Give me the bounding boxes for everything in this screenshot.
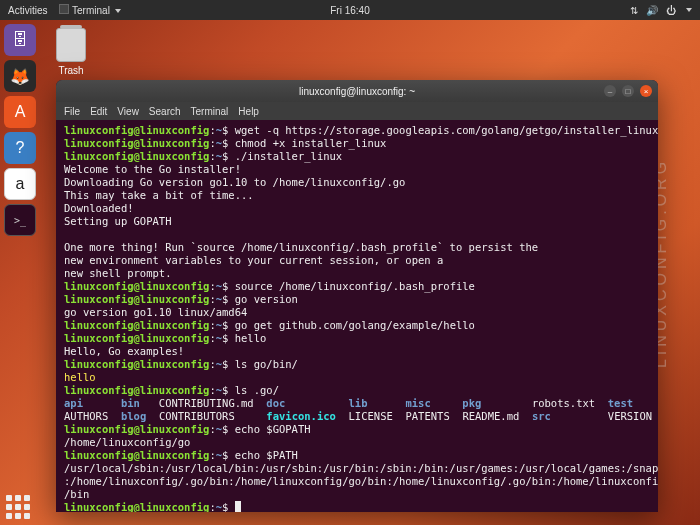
window-maximize-button[interactable]: □ [622,85,634,97]
ls-blog: blog [121,410,146,422]
dock-terminal[interactable]: >_ [4,204,36,236]
terminal-body[interactable]: linuxconfig@linuxconfig:~$ wget -q https… [56,120,658,512]
out-hint2: new environment variables to your curren… [64,254,443,266]
cursor [235,501,241,512]
clock[interactable]: Fri 16:40 [330,5,369,16]
ls-license: LICENSE [349,410,393,422]
window-minimize-button[interactable]: – [604,85,616,97]
cmd-installer: ./installer_linux [235,150,342,162]
out-goversion: go version go1.10 linux/amd64 [64,306,247,318]
ls-doc: doc [266,397,285,409]
ls-contributors: CONTRIBUTORS [159,410,235,422]
menu-view[interactable]: View [117,106,139,117]
menu-help[interactable]: Help [238,106,259,117]
window-titlebar[interactable]: linuxconfig@linuxconfig: ~ – □ × [56,80,658,102]
menu-edit[interactable]: Edit [90,106,107,117]
terminal-icon: >_ [14,215,26,226]
gnome-topbar: Activities Terminal Fri 16:40 ⇅ 🔊 ⏻ [0,0,700,20]
ls-lib: lib [349,397,368,409]
prompt-dollar: $ [222,124,235,136]
ls-contributing: CONTRIBUTING.md [159,397,254,409]
ls-readme: README.md [462,410,519,422]
desktop-trash[interactable]: Trash [56,28,86,76]
dock-software[interactable]: A [4,96,36,128]
window-close-button[interactable]: × [640,85,652,97]
out-gopath-val: /home/linuxconfig/go [64,436,190,448]
out-welcome: Welcome to the Go installer! [64,163,241,175]
trash-icon [56,28,86,62]
menu-file[interactable]: File [64,106,80,117]
ls-robots: robots.txt [532,397,595,409]
out-hint1: One more thing! Run `source /home/linuxc… [64,241,538,253]
cmd-echo-path: echo $PATH [235,449,298,461]
ls-bin: bin [121,397,140,409]
ls-favicon: favicon.ico [266,410,336,422]
cmd-goversion: go version [235,293,298,305]
window-title: linuxconfig@linuxconfig: ~ [56,86,658,97]
app-menu-label: Terminal [72,5,110,16]
out-downloaded: Downloaded! [64,202,134,214]
dock-firefox[interactable]: 🦊 [4,60,36,92]
dock-help[interactable]: ? [4,132,36,164]
out-wait: This may take a bit of time... [64,189,254,201]
ls-src: src [532,410,551,422]
ls-api: api [64,397,83,409]
activities-button[interactable]: Activities [8,5,47,16]
volume-icon: 🔊 [646,5,658,16]
cmd-ls-gobin: ls go/bin/ [235,358,298,370]
out-hello: Hello, Go examples! [64,345,184,357]
app-menu[interactable]: Terminal [59,4,120,16]
terminal-icon [59,4,69,14]
chevron-down-icon [115,9,121,13]
chevron-down-icon [686,8,692,12]
ls-authors: AUTHORS [64,410,108,422]
cmd-wget: wget -q https://storage.googleapis.com/g… [235,124,658,136]
prompt-userhost: linuxconfig@linuxconfig [64,124,209,136]
out-path-1: /usr/local/sbin:/usr/local/bin:/usr/sbin… [64,462,658,474]
trash-label: Trash [56,65,86,76]
network-icon: ⇅ [630,5,638,16]
dock-files[interactable]: 🗄 [4,24,36,56]
cmd-echo-gopath: echo $GOPATH [235,423,311,435]
terminal-window: linuxconfig@linuxconfig: ~ – □ × File Ed… [56,80,658,512]
system-status-area[interactable]: ⇅ 🔊 ⏻ [630,5,692,16]
dock: 🗄 🦊 A ? a >_ [4,24,36,236]
power-icon: ⏻ [666,5,676,16]
cmd-ls-go: ls .go/ [235,384,279,396]
menu-search[interactable]: Search [149,106,181,117]
ls-version: VERSION [608,410,652,422]
ls-test: test [608,397,633,409]
out-ls-hello: hello [64,371,96,383]
out-gopath: Setting up GOPATH [64,215,171,227]
cmd-chmod: chmod +x installer_linux [235,137,387,149]
out-downloading: Downloading Go version go1.10 to /home/l… [64,176,405,188]
ls-patents: PATENTS [405,410,449,422]
cmd-source: source /home/linuxconfig/.bash_profile [235,280,475,292]
out-path-2: :/home/linuxconfig/.go/bin:/home/linuxco… [64,475,658,487]
ls-pkg: pkg [462,397,481,409]
terminal-menubar: File Edit View Search Terminal Help [56,102,658,120]
out-hint3: new shell prompt. [64,267,171,279]
ls-misc: misc [405,397,430,409]
dock-amazon[interactable]: a [4,168,36,200]
out-path-3: /bin [64,488,89,500]
menu-terminal[interactable]: Terminal [191,106,229,117]
cmd-goget: go get github.com/golang/example/hello [235,319,475,331]
show-applications-button[interactable] [6,495,30,519]
cmd-hello: hello [235,332,267,344]
